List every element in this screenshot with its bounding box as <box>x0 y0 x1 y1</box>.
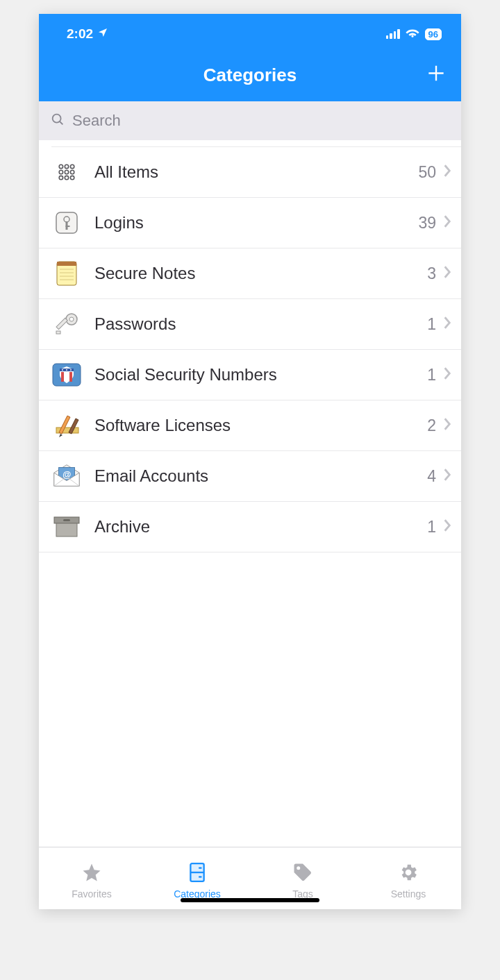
tag-icon <box>292 862 313 886</box>
chevron-right-icon <box>443 316 451 332</box>
chevron-right-icon <box>443 164 451 180</box>
svg-rect-23 <box>56 331 60 334</box>
svg-point-3 <box>70 164 74 168</box>
status-time: 2:02 <box>67 26 93 42</box>
svg-point-4 <box>59 170 62 174</box>
svg-point-1 <box>59 164 62 168</box>
svg-point-6 <box>70 170 74 174</box>
list-top-divider <box>51 140 461 147</box>
category-row-secure-notes[interactable]: Secure Notes 3 <box>39 248 461 299</box>
category-row-logins[interactable]: Logins 39 <box>39 198 461 248</box>
svg-point-7 <box>59 176 62 179</box>
tab-settings[interactable]: Settings <box>356 847 461 909</box>
category-count: 1 <box>427 518 436 537</box>
logins-icon <box>51 208 82 238</box>
categories-icon <box>188 862 206 886</box>
svg-point-26 <box>62 369 63 371</box>
location-icon <box>97 26 108 42</box>
chevron-right-icon <box>443 265 451 282</box>
category-row-archive[interactable]: Archive 1 <box>39 502 461 552</box>
svg-rect-22 <box>56 318 67 329</box>
svg-point-21 <box>69 317 74 321</box>
category-list: All Items 50 Logins 39 <box>39 140 461 847</box>
passwords-icon <box>51 309 82 339</box>
category-label: Secure Notes <box>94 264 427 283</box>
search-input[interactable] <box>72 112 450 130</box>
chevron-right-icon <box>443 366 451 383</box>
cellular-signal-icon <box>386 29 400 39</box>
battery-level: 96 <box>425 28 442 40</box>
category-count: 4 <box>427 467 436 486</box>
wifi-icon <box>406 26 419 42</box>
home-indicator[interactable] <box>181 898 319 902</box>
status-left: 2:02 <box>67 26 108 42</box>
category-label: Archive <box>94 517 427 537</box>
tab-label: Settings <box>391 888 426 899</box>
app-screen: 2:02 96 Categories <box>39 14 461 909</box>
category-row-email-accounts[interactable]: @ Email Accounts 4 <box>39 451 461 502</box>
tab-label: Favorites <box>72 888 112 899</box>
svg-rect-15 <box>57 262 76 266</box>
category-label: Software Licenses <box>94 416 427 435</box>
category-label: Logins <box>94 213 418 233</box>
chevron-right-icon <box>443 468 451 484</box>
category-count: 1 <box>427 366 436 385</box>
svg-rect-33 <box>56 523 77 537</box>
category-row-ssn[interactable]: Social Security Numbers 1 <box>39 350 461 400</box>
svg-point-28 <box>70 369 72 371</box>
all-items-icon <box>51 157 82 187</box>
svg-text:@: @ <box>62 470 71 480</box>
status-right: 96 <box>386 26 442 42</box>
page-title: Categories <box>203 65 297 86</box>
svg-point-27 <box>66 369 67 371</box>
category-count: 39 <box>418 214 436 233</box>
email-accounts-icon: @ <box>51 461 82 491</box>
software-licenses-icon <box>51 410 82 441</box>
search-bar[interactable] <box>39 101 461 140</box>
category-row-all-items[interactable]: All Items 50 <box>39 147 461 198</box>
add-button[interactable] <box>425 62 447 88</box>
ssn-icon <box>51 360 82 390</box>
category-label: Email Accounts <box>94 466 427 486</box>
nav-bar: Categories <box>39 49 461 101</box>
svg-rect-34 <box>63 519 70 521</box>
svg-point-5 <box>65 170 68 174</box>
svg-rect-13 <box>66 226 70 227</box>
star-icon <box>81 862 102 886</box>
category-label: Passwords <box>94 314 427 334</box>
category-count: 2 <box>427 416 436 435</box>
svg-point-8 <box>65 176 68 179</box>
chevron-right-icon <box>443 214 451 231</box>
svg-point-9 <box>70 176 74 179</box>
chevron-right-icon <box>443 417 451 434</box>
category-label: All Items <box>94 162 418 182</box>
chevron-right-icon <box>443 518 451 535</box>
gear-icon <box>398 862 419 886</box>
category-count: 50 <box>418 163 436 182</box>
category-row-software-licenses[interactable]: Software Licenses 2 <box>39 400 461 451</box>
secure-notes-icon <box>51 258 82 289</box>
category-count: 3 <box>427 264 436 283</box>
tab-favorites[interactable]: Favorites <box>39 847 144 909</box>
svg-point-2 <box>65 164 68 168</box>
search-icon <box>50 112 65 130</box>
category-label: Social Security Numbers <box>94 365 427 385</box>
status-bar: 2:02 96 <box>39 14 461 49</box>
archive-icon <box>51 512 82 542</box>
category-row-passwords[interactable]: Passwords 1 <box>39 299 461 350</box>
category-count: 1 <box>427 315 436 334</box>
